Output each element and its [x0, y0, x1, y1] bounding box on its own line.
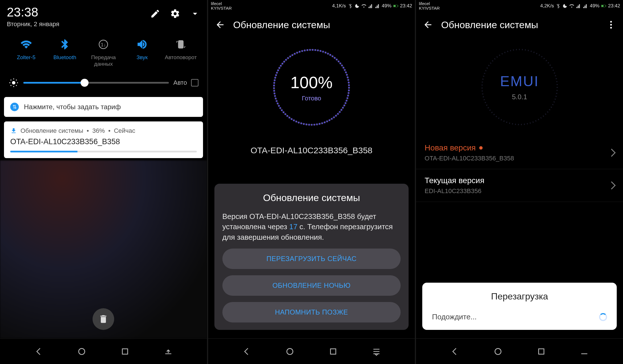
- qs-wifi[interactable]: Zolter-5: [7, 39, 46, 67]
- download-icon: [10, 127, 17, 134]
- svg-point-4: [79, 348, 85, 354]
- reboot-toast: Перезагрузка Подождите...: [422, 283, 617, 330]
- settings-gear-icon[interactable]: [170, 9, 180, 19]
- svg-point-16: [610, 21, 612, 23]
- battery-icon: [601, 3, 606, 9]
- clear-all-button[interactable]: [93, 308, 114, 330]
- nav-bar: [0, 338, 207, 364]
- svg-rect-5: [122, 349, 128, 354]
- quick-settings: Zolter-5 Bluetooth 1↓ Передача данных Зв…: [0, 31, 207, 73]
- nav-bar: [416, 338, 623, 364]
- install-dialog: Обновление системы Версия OTA-EDI-AL10C2…: [214, 184, 409, 330]
- more-menu-icon[interactable]: [606, 20, 616, 30]
- wifi-icon: [569, 3, 574, 9]
- svg-point-3: [12, 81, 15, 84]
- nav-back-icon[interactable]: [34, 347, 43, 356]
- battery-icon: [393, 3, 398, 9]
- wifi-icon: [361, 3, 366, 9]
- version-line: OTA-EDI-AL10C233B356_B358: [208, 146, 415, 155]
- nav-shade-icon[interactable]: [372, 347, 381, 356]
- update-night-button[interactable]: ОБНОВЛЕНИЕ НОЧЬЮ: [222, 275, 401, 296]
- nav-home-icon[interactable]: [285, 347, 294, 356]
- edit-icon[interactable]: [150, 9, 160, 19]
- notification-tariff[interactable]: ⇅ Нажмите, чтобы задать тариф: [4, 97, 203, 117]
- nav-home-icon[interactable]: [493, 347, 503, 356]
- nav-home-icon[interactable]: [77, 347, 86, 356]
- emui-ring: EMUI 5.0.1: [477, 44, 562, 130]
- status-bar: 23:38 Вторник, 2 января: [0, 0, 207, 31]
- expand-chevron-icon[interactable]: [190, 9, 200, 19]
- svg-rect-21: [538, 349, 544, 354]
- nav-shade-icon[interactable]: [580, 347, 589, 356]
- nav-back-icon[interactable]: [450, 347, 459, 356]
- svg-point-18: [610, 27, 612, 29]
- status-date: Вторник, 2 января: [7, 20, 60, 28]
- svg-rect-7: [394, 5, 395, 7]
- svg-rect-12: [331, 349, 336, 354]
- title-bar: Обновление системы: [208, 12, 415, 38]
- title-bar: Обновление системы: [416, 12, 623, 38]
- bluetooth-icon: [348, 3, 353, 9]
- brightness-slider[interactable]: [23, 82, 169, 84]
- nav-bar: [208, 338, 415, 364]
- svg-point-11: [287, 348, 293, 354]
- qs-bluetooth[interactable]: Bluetooth: [46, 39, 84, 67]
- brightness-row: Авто: [0, 73, 207, 95]
- back-arrow-icon[interactable]: [215, 20, 225, 30]
- dnd-icon: [354, 3, 360, 9]
- back-arrow-icon[interactable]: [423, 20, 433, 30]
- brightness-icon: [9, 78, 19, 88]
- qs-sound[interactable]: Звук: [123, 39, 161, 67]
- svg-rect-8: [398, 5, 398, 7]
- download-progress: [10, 151, 197, 152]
- notification-system-update[interactable]: Обновление системы • 36% • Сейчас OTA-ED…: [4, 121, 203, 158]
- nav-back-icon[interactable]: [242, 347, 251, 356]
- nav-recents-icon[interactable]: [537, 347, 546, 356]
- svg-rect-2: [178, 41, 183, 48]
- chevron-right-icon: [608, 181, 616, 189]
- signal2-icon: [583, 3, 588, 9]
- signal-icon: [576, 3, 581, 9]
- new-dot-icon: [479, 146, 483, 150]
- new-version-item[interactable]: Новая версия OTA-EDI-AL10C233B356_B358: [416, 136, 623, 169]
- status-time: 23:38: [7, 5, 60, 19]
- chevron-right-icon: [608, 149, 616, 157]
- progress-ring: 100% Готово: [267, 43, 356, 131]
- brightness-auto-checkbox[interactable]: [191, 79, 198, 86]
- svg-point-17: [610, 24, 612, 26]
- data-usage-icon: ⇅: [10, 103, 19, 111]
- svg-point-20: [495, 348, 501, 354]
- bluetooth-icon: [556, 3, 561, 9]
- reboot-now-button[interactable]: ПЕРЕЗАГРУЗИТЬ СЕЙЧАС: [222, 249, 401, 269]
- svg-text:1↓: 1↓: [101, 42, 106, 47]
- signal2-icon: [375, 3, 380, 9]
- qs-data[interactable]: 1↓ Передача данных: [84, 39, 123, 67]
- signal-icon: [368, 3, 373, 9]
- status-bar: lifecel KYIVSTAR 4,2K/s 49% 23:42: [416, 0, 623, 12]
- svg-rect-14: [602, 5, 604, 7]
- dnd-icon: [562, 3, 567, 9]
- current-version-item[interactable]: Текущая версия EDI-AL10C233B356: [416, 169, 623, 202]
- nav-recents-icon[interactable]: [329, 347, 338, 356]
- nav-shade-icon[interactable]: [164, 347, 173, 356]
- brightness-auto-label: Авто: [173, 79, 187, 86]
- status-bar: lifecel KYIVSTAR 4,1K/s 49% 23:42: [208, 0, 415, 12]
- nav-recents-icon[interactable]: [120, 347, 130, 356]
- svg-rect-15: [606, 5, 606, 7]
- spinner-icon: [599, 313, 607, 321]
- qs-autorotate[interactable]: Автоповорот: [161, 39, 200, 67]
- remind-later-button[interactable]: НАПОМНИТЬ ПОЗЖЕ: [222, 302, 401, 322]
- dialog-text: Версия OTA-EDI-AL10C233B356_B358 будет у…: [222, 211, 401, 242]
